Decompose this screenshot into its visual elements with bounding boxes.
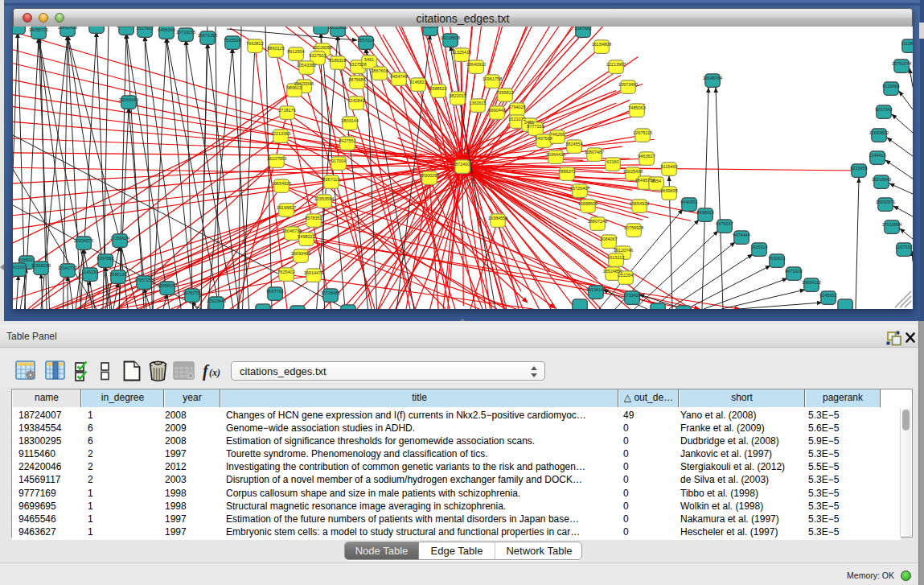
svg-text:9242843: 9242843 [347,98,364,103]
svg-text:5498222: 5498222 [298,234,314,239]
svg-text:14055721: 14055721 [29,27,48,32]
svg-text:6479197: 6479197 [716,221,733,226]
svg-text:11325419: 11325419 [452,50,471,55]
svg-text:9657791: 9657791 [266,289,283,294]
svg-text:8186328: 8186328 [329,58,346,63]
svg-text:23226058: 23226058 [313,45,332,50]
svg-text:1112803: 1112803 [901,41,913,46]
svg-text:16046738: 16046738 [282,229,302,233]
svg-text:12093822: 12093822 [869,130,889,135]
svg-text:8860125: 8860125 [267,46,284,51]
svg-text:16154808: 16154808 [592,42,611,47]
svg-text:10719155: 10719155 [176,30,195,35]
svg-text:3915191: 3915191 [13,265,27,270]
svg-text:16033809: 16033809 [328,27,347,30]
svg-text:8813054: 8813054 [421,27,438,29]
svg-text:17016504: 17016504 [882,222,901,227]
svg-text:15716485: 15716485 [321,290,340,295]
svg-text:1615112: 1615112 [607,255,624,260]
svg-text:2595135: 2595135 [109,272,126,277]
svg-text:5461: 5461 [364,57,374,62]
svg-text:9654: 9654 [651,179,661,183]
svg-text:16671355: 16671355 [198,33,217,38]
svg-text:10688609: 10688609 [578,201,598,206]
svg-text:19384554: 19384554 [488,216,507,220]
svg-text:3875685: 3875685 [348,77,365,82]
svg-text:1167532: 1167532 [895,245,912,249]
svg-text:10543382: 10543382 [297,63,316,68]
svg-text:18724007: 18724007 [453,162,472,167]
svg-text:15692971: 15692971 [876,200,895,204]
svg-text:16648784: 16648784 [703,76,722,80]
svg-text:746266: 746266 [550,132,565,137]
svg-text:9463627: 9463627 [638,154,655,159]
svg-text:7886372: 7886372 [558,169,575,174]
svg-text:2087682: 2087682 [574,27,591,31]
svg-text:9777169: 9777169 [527,124,544,129]
svg-text:1527602: 1527602 [136,27,153,31]
svg-text:16107553: 16107553 [267,156,286,161]
svg-text:8215955: 8215955 [850,166,867,171]
svg-text:10958157: 10958157 [158,283,177,288]
svg-text:1603376: 1603376 [312,27,329,27]
svg-text:16210643: 16210643 [872,177,891,182]
svg-text:16782759: 16782759 [183,290,202,295]
svg-text:10756928: 10756928 [624,225,643,230]
svg-text:6794028: 6794028 [508,105,525,109]
svg-text:62160: 62160 [606,159,618,164]
svg-text:9327508: 9327508 [349,62,366,67]
svg-text:8578352: 8578352 [305,216,322,220]
svg-text:19166827: 19166827 [277,205,296,210]
svg-text:9327503: 9327503 [309,53,326,58]
svg-text:12213369: 12213369 [271,131,290,136]
svg-text:1362615: 1362615 [469,101,486,105]
svg-text:9245652: 9245652 [819,293,836,298]
svg-text:8938923: 8938923 [696,210,713,215]
svg-text:9129966: 9129966 [882,84,899,89]
svg-text:10961758: 10961758 [483,76,502,81]
svg-text:917004: 917004 [331,159,346,163]
svg-text:16093489: 16093489 [291,251,310,256]
svg-text:6440951: 6440951 [680,200,697,204]
svg-text:12975115: 12975115 [633,130,652,135]
svg-text:19654925: 19654925 [272,181,291,186]
svg-text:8912954: 8912954 [287,49,304,54]
svg-text:8454749: 8454749 [390,74,407,79]
svg-text:9297585: 9297585 [97,256,113,261]
svg-text:8471626: 8471626 [785,269,802,274]
svg-text:18807249: 18807249 [588,219,607,224]
svg-text:6466160: 6466160 [158,27,175,32]
svg-text:15720407: 15720407 [570,186,589,191]
svg-text:2803144: 2803144 [341,118,358,123]
svg-text:4358001: 4358001 [18,257,35,262]
svg-text:9474444: 9474444 [733,233,749,237]
svg-text:1621072: 1621072 [508,117,525,122]
svg-text:2935114: 2935114 [750,245,767,249]
svg-text:1733426: 1733426 [623,293,640,298]
svg-text:10973493: 10973493 [618,82,638,87]
svg-text:12213967: 12213967 [606,62,626,67]
svg-text:8267110: 8267110 [322,177,339,182]
svg-text:10654112: 10654112 [802,280,821,285]
svg-text:12353594: 12353594 [314,196,334,201]
svg-text:7515526: 7515526 [224,38,240,43]
svg-text:2718176: 2718176 [278,108,295,113]
svg-text:7485063: 7485063 [628,105,645,110]
svg-text:20206576: 20206576 [74,238,93,243]
svg-text:8990448: 8990448 [488,108,505,113]
svg-text:3822037: 3822037 [449,93,466,98]
svg-text:9115460: 9115460 [660,164,677,169]
svg-text:18300295: 18300295 [420,173,439,178]
svg-text:16914479: 16914479 [304,270,323,275]
svg-text:2588520: 2588520 [429,86,446,91]
svg-text:18640910: 18640910 [466,62,486,67]
svg-text:(x): (x) [209,367,220,378]
svg-text:8427552: 8427552 [339,138,355,143]
svg-text:1145191: 1145191 [81,270,98,274]
svg-text:9227342: 9227342 [875,107,892,112]
svg-text:29053346: 29053346 [119,97,138,102]
svg-text:14136141: 14136141 [586,287,606,292]
svg-text:1244415: 1244415 [869,153,885,158]
svg-text:12342737: 12342737 [58,266,77,270]
svg-text:7663822: 7663822 [246,41,263,46]
